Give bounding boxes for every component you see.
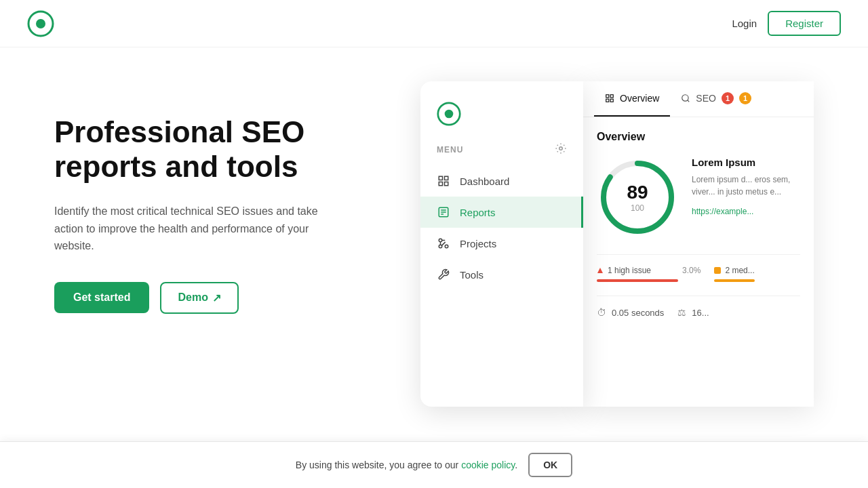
score-description: Lorem ipsum d... eros sem, viver... in j… (692, 174, 800, 198)
metric-high: 1 high issue 3.0% (597, 266, 701, 282)
register-button[interactable]: Register (768, 11, 841, 36)
svg-marker-27 (597, 268, 603, 273)
sidebar-item-projects[interactable]: Projects (420, 228, 583, 259)
svg-line-18 (441, 242, 445, 245)
sidebar-item-label: Dashboard (460, 176, 509, 187)
metric-med-bar (714, 279, 755, 282)
svg-line-24 (688, 100, 690, 102)
sidebar-item-dashboard[interactable]: Dashboard (420, 165, 583, 197)
dashboard-icon (437, 174, 450, 188)
overview-content: Overview 89 100 (583, 117, 814, 331)
bottom-metric-speed-label: 0.05 seconds (612, 308, 664, 318)
score-circle: 89 100 (597, 157, 678, 238)
cookie-text-part1: By using this website, you agree to our (296, 460, 458, 470)
sidebar-item-tools[interactable]: Tools (420, 259, 583, 290)
score-total: 100 (627, 203, 648, 213)
svg-rect-21 (610, 99, 613, 102)
svg-rect-5 (439, 176, 442, 180)
sidebar-panel: MENU Dashboard (420, 81, 583, 407)
cookie-text: By using this website, you agree to our … (296, 460, 517, 470)
svg-point-4 (559, 147, 563, 150)
demo-button[interactable]: Demo ↗ (160, 282, 238, 314)
dashboard-mockup: MENU Dashboard (420, 81, 814, 407)
sidebar-logo-icon (437, 102, 461, 126)
score-number: 89 (627, 182, 648, 203)
score-text: 89 100 (627, 182, 648, 213)
menu-label: MENU (437, 145, 463, 155)
metric-high-bar (597, 279, 678, 282)
header-nav: Login Register (732, 11, 841, 36)
hero-section: Professional SEO reports and tools Ident… (54, 88, 393, 314)
header: Login Register (0, 0, 868, 47)
metric-high-text: 1 high issue (608, 266, 651, 275)
cookie-period: . (515, 460, 517, 470)
logo-icon (27, 10, 54, 37)
sidebar-item-label: Tools (460, 269, 484, 281)
svg-point-14 (439, 239, 442, 242)
tabs-bar: Overview SEO 1 1 (583, 81, 814, 117)
cookie-policy-link[interactable]: cookie policy (461, 460, 515, 470)
cookie-banner: By using this website, you agree to our … (0, 441, 868, 488)
seo-tab-icon (681, 94, 690, 103)
score-details: Lorem Ipsum Lorem ipsum d... eros sem, v… (692, 157, 800, 217)
bottom-metric-scale-label: 16... (692, 308, 709, 318)
tab-overview-label: Overview (620, 93, 659, 104)
demo-label: Demo (178, 291, 208, 304)
reports-icon (437, 205, 450, 219)
svg-rect-6 (445, 176, 448, 180)
main-content: Professional SEO reports and tools Ident… (0, 47, 868, 488)
svg-rect-19 (606, 95, 609, 98)
overview-tab-icon (605, 94, 614, 103)
bottom-metric-scale: ⚖ 16... (677, 307, 709, 318)
tab-seo[interactable]: SEO 1 1 (670, 81, 762, 117)
login-link[interactable]: Login (732, 18, 757, 29)
triangle-icon (597, 267, 604, 274)
score-site-name: Lorem Ipsum (692, 157, 800, 168)
overview-panel: Overview SEO 1 1 Overview (583, 81, 814, 407)
tab-seo-badge2: 1 (739, 92, 751, 104)
cookie-ok-button[interactable]: OK (528, 453, 572, 477)
stopwatch-icon: ⏱ (597, 307, 606, 318)
projects-icon (437, 237, 450, 250)
svg-rect-7 (445, 182, 448, 186)
svg-rect-20 (610, 95, 613, 98)
tab-overview[interactable]: Overview (594, 81, 670, 117)
svg-rect-8 (439, 182, 442, 186)
metrics-row: 1 high issue 3.0% 2 med... (597, 254, 800, 282)
arrow-icon: ↗ (212, 291, 221, 304)
svg-point-23 (682, 95, 688, 101)
hero-title: Professional SEO reports and tools (54, 115, 393, 184)
sidebar-item-reports[interactable]: Reports (420, 197, 583, 228)
scale-icon: ⚖ (677, 307, 686, 318)
tab-seo-label: SEO (696, 93, 716, 104)
metric-med-label: 2 med... (714, 266, 755, 275)
metric-high-value: 3.0% (682, 266, 701, 275)
score-card: 89 100 Lorem Ipsum Lorem ipsum d... eros… (597, 157, 800, 238)
sidebar-logo (420, 95, 583, 142)
orange-square-icon (714, 267, 721, 274)
sidebar-item-label: Reports (460, 207, 496, 218)
metric-med-text: 2 med... (725, 266, 754, 275)
metric-high-label: 1 high issue 3.0% (597, 266, 701, 275)
logo (27, 10, 54, 37)
bottom-metrics: ⏱ 0.05 seconds ⚖ 16... (597, 296, 800, 318)
cta-buttons: Get started Demo ↗ (54, 282, 393, 314)
sidebar-item-label: Projects (460, 238, 496, 249)
svg-point-3 (445, 110, 454, 119)
bottom-metric-speed: ⏱ 0.05 seconds (597, 307, 664, 318)
svg-point-1 (36, 19, 45, 28)
score-link[interactable]: https://example... (692, 207, 753, 216)
sidebar-menu-header: MENU (420, 142, 583, 165)
metric-med: 2 med... (714, 266, 755, 282)
hero-subtitle: Identify the most critical technical SEO… (54, 203, 339, 255)
settings-icon[interactable] (555, 142, 567, 157)
tools-icon (437, 268, 450, 281)
svg-point-13 (445, 245, 448, 248)
get-started-button[interactable]: Get started (54, 282, 149, 313)
overview-section-title: Overview (597, 131, 800, 143)
svg-rect-22 (606, 99, 609, 102)
tab-seo-badge: 1 (722, 92, 734, 104)
